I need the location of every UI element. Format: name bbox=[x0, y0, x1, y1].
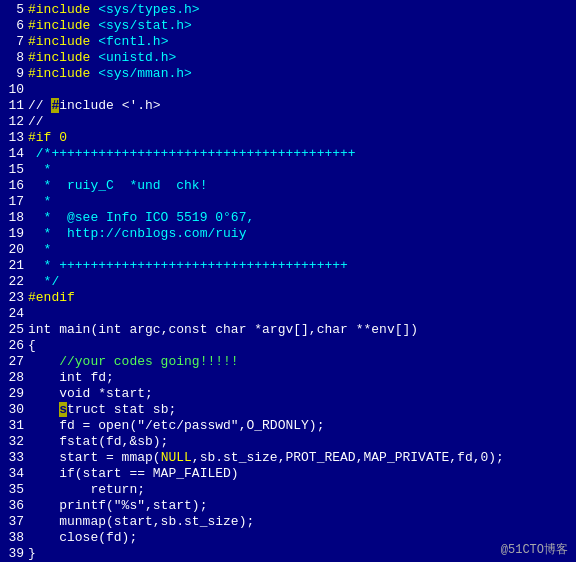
table-row: 25int main(int argc,const char *argv[],c… bbox=[0, 322, 576, 338]
table-row: 27 //your codes going!!!!! bbox=[0, 354, 576, 370]
line-content: #include <unistd.h> bbox=[28, 50, 576, 66]
line-number: 21 bbox=[0, 258, 28, 274]
table-row: 15 * bbox=[0, 162, 576, 178]
line-number: 20 bbox=[0, 242, 28, 258]
line-number: 39 bbox=[0, 546, 28, 562]
code-token: <sys/stat.h> bbox=[98, 18, 192, 33]
code-token: <unistd.h> bbox=[98, 50, 176, 65]
code-token: #include bbox=[28, 50, 98, 65]
line-number: 30 bbox=[0, 402, 28, 418]
line-number: 26 bbox=[0, 338, 28, 354]
line-number: 32 bbox=[0, 434, 28, 450]
line-number: 11 bbox=[0, 98, 28, 114]
table-row: 28 int fd; bbox=[0, 370, 576, 386]
line-content: if(start == MAP_FAILED) bbox=[28, 466, 576, 482]
code-token: include <'.h> bbox=[59, 98, 160, 113]
line-number: 15 bbox=[0, 162, 28, 178]
line-content: void *start; bbox=[28, 386, 576, 402]
table-row: 16 * ruiy_C *und chk! bbox=[0, 178, 576, 194]
line-content: return; bbox=[28, 482, 576, 498]
code-token: int fd; bbox=[28, 370, 114, 385]
line-content: #include <sys/mman.h> bbox=[28, 66, 576, 82]
line-content: * @see Info ICO 5519 0°67, bbox=[28, 210, 576, 226]
line-content: * +++++++++++++++++++++++++++++++++++++ bbox=[28, 258, 576, 274]
table-row: 14 /*+++++++++++++++++++++++++++++++++++… bbox=[0, 146, 576, 162]
table-row: 32 fstat(fd,&sb); bbox=[0, 434, 576, 450]
code-token: */ bbox=[28, 274, 59, 289]
code-token: * ruiy_C *und chk! bbox=[28, 178, 207, 193]
line-content: * ruiy_C *und chk! bbox=[28, 178, 576, 194]
line-number: 7 bbox=[0, 34, 28, 50]
line-content: #include <sys/types.h> bbox=[28, 2, 576, 18]
line-number: 28 bbox=[0, 370, 28, 386]
line-content: int fd; bbox=[28, 370, 576, 386]
line-number: 17 bbox=[0, 194, 28, 210]
code-token: * bbox=[28, 194, 51, 209]
code-token: * bbox=[28, 162, 51, 177]
line-number: 16 bbox=[0, 178, 28, 194]
code-token: fstat(fd,&sb); bbox=[28, 434, 168, 449]
line-number: 27 bbox=[0, 354, 28, 370]
code-token: <fcntl.h> bbox=[98, 34, 168, 49]
table-row: 18 * @see Info ICO 5519 0°67, bbox=[0, 210, 576, 226]
line-content: int main(int argc,const char *argv[],cha… bbox=[28, 322, 576, 338]
table-row: 9#include <sys/mman.h> bbox=[0, 66, 576, 82]
table-row: 19 * http://cnblogs.com/ruiy bbox=[0, 226, 576, 242]
code-token: void *start; bbox=[28, 386, 153, 401]
code-token: //your codes going!!!!! bbox=[28, 354, 239, 369]
line-content: printf("%s",start); bbox=[28, 498, 576, 514]
line-content: munmap(start,sb.st_size); bbox=[28, 514, 576, 530]
code-token: s bbox=[59, 402, 67, 417]
table-row: 24 bbox=[0, 306, 576, 322]
line-content: // #include <'.h> bbox=[28, 98, 576, 114]
table-row: 5#include <sys/types.h> bbox=[0, 2, 576, 18]
line-content: #endif bbox=[28, 290, 576, 306]
code-token: truct stat sb; bbox=[67, 402, 176, 417]
code-token: ,sb.st_size,PROT_READ,MAP_PRIVATE,fd,0); bbox=[192, 450, 504, 465]
table-row: 36 printf("%s",start); bbox=[0, 498, 576, 514]
line-number: 29 bbox=[0, 386, 28, 402]
line-content: * bbox=[28, 162, 576, 178]
table-row: 39} bbox=[0, 546, 576, 562]
line-number: 8 bbox=[0, 50, 28, 66]
code-token: close(fd); bbox=[28, 530, 137, 545]
code-editor: 5#include <sys/types.h>6#include <sys/st… bbox=[0, 0, 576, 562]
code-token: } bbox=[28, 546, 36, 561]
table-row: 13#if 0 bbox=[0, 130, 576, 146]
table-row: 37 munmap(start,sb.st_size); bbox=[0, 514, 576, 530]
code-token: printf("%s",start); bbox=[28, 498, 207, 513]
line-number: 23 bbox=[0, 290, 28, 306]
line-number: 24 bbox=[0, 306, 28, 322]
code-token: // bbox=[28, 114, 44, 129]
line-content: //your codes going!!!!! bbox=[28, 354, 576, 370]
table-row: 7#include <fcntl.h> bbox=[0, 34, 576, 50]
table-row: 12// bbox=[0, 114, 576, 130]
code-token: #include bbox=[28, 2, 98, 17]
table-row: 35 return; bbox=[0, 482, 576, 498]
code-token: * http://cnblogs.com/ruiy bbox=[28, 226, 246, 241]
code-token: return; bbox=[28, 482, 145, 497]
code-token: NULL bbox=[161, 450, 192, 465]
line-number: 12 bbox=[0, 114, 28, 130]
line-number: 22 bbox=[0, 274, 28, 290]
table-row: 10 bbox=[0, 82, 576, 98]
line-content: // bbox=[28, 114, 576, 130]
line-number: 19 bbox=[0, 226, 28, 242]
table-row: 8#include <unistd.h> bbox=[0, 50, 576, 66]
table-row: 23#endif bbox=[0, 290, 576, 306]
line-content: } bbox=[28, 546, 576, 562]
table-row: 34 if(start == MAP_FAILED) bbox=[0, 466, 576, 482]
table-row: 29 void *start; bbox=[0, 386, 576, 402]
table-row: 31 fd = open("/etc/passwd",O_RDONLY); bbox=[0, 418, 576, 434]
table-row: 33 start = mmap(NULL,sb.st_size,PROT_REA… bbox=[0, 450, 576, 466]
line-number: 5 bbox=[0, 2, 28, 18]
table-row: 26{ bbox=[0, 338, 576, 354]
code-token: #if 0 bbox=[28, 130, 67, 145]
line-content: /*++++++++++++++++++++++++++++++++++++++… bbox=[28, 146, 576, 162]
line-number: 18 bbox=[0, 210, 28, 226]
code-token: * bbox=[28, 242, 51, 257]
line-content: * bbox=[28, 242, 576, 258]
line-content: fstat(fd,&sb); bbox=[28, 434, 576, 450]
code-token: * @see Info ICO 5519 0°67, bbox=[28, 210, 254, 225]
code-token: /*++++++++++++++++++++++++++++++++++++++… bbox=[28, 146, 356, 161]
